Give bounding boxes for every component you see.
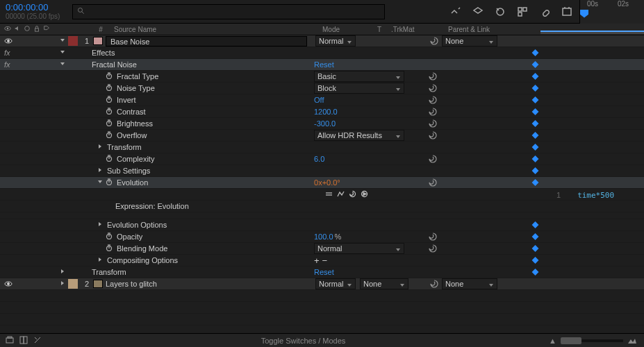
reset-link[interactable]: Reset [314,268,334,276]
prop-overflow[interactable]: Overflow Allow HDR Results [0,130,644,142]
pickwhip-icon[interactable] [428,244,438,253]
expression-graph-icon[interactable] [337,190,345,199]
pickwhip-icon[interactable] [428,178,438,187]
search-input[interactable] [72,4,385,19]
playhead-icon[interactable] [580,10,588,18]
twirl-right-icon[interactable] [60,269,67,276]
expression-pickwhip-icon[interactable] [349,190,356,199]
keyframe-icon[interactable] [532,85,539,92]
prop-evolution-options[interactable]: Evolution Options [0,219,644,231]
mode-column-header[interactable]: Mode [318,26,377,33]
stopwatch-icon[interactable] [106,108,114,116]
prop-opacity[interactable]: Opacity 100.0% [0,231,644,243]
render-queue-icon[interactable] [6,336,14,346]
pickwhip-icon[interactable] [428,119,438,128]
prop-compositing-options[interactable]: Compositing Options +− [0,255,644,266]
contrast-value[interactable]: 1200.0 [314,108,338,116]
parent-column-header[interactable]: Parent & Link [444,26,537,33]
complexity-value[interactable]: 6.0 [314,155,324,163]
render-icon[interactable] [471,5,485,19]
keyframe-icon[interactable] [532,179,539,186]
source-name-column-header[interactable]: Source Name [110,26,318,33]
twirl-down-icon[interactable] [97,179,104,186]
toggle-switches-button[interactable]: Toggle Switches / Modes [69,337,537,345]
expression-code[interactable]: time*500 [577,191,614,200]
pickwhip-icon[interactable] [428,95,438,105]
prop-fractal-type[interactable]: Fractal Type Basic [0,71,644,83]
stopwatch-icon[interactable] [106,84,114,92]
attach-icon[interactable] [538,5,552,19]
invert-value[interactable]: Off [314,96,324,104]
pickwhip-icon[interactable] [428,154,438,164]
keyframe-icon[interactable] [532,108,539,115]
noise-type-dropdown[interactable]: Block [314,83,404,94]
brightness-value[interactable]: -300.0 [314,119,336,128]
pickwhip-icon[interactable] [428,83,438,93]
keyframe-icon[interactable] [532,167,539,174]
trkmat-dropdown[interactable]: None [360,278,408,289]
parent-dropdown[interactable]: None [442,35,497,46]
pickwhip-icon[interactable] [428,71,438,81]
markers-icon[interactable] [560,5,574,19]
reset-link[interactable]: Reset [314,60,334,69]
prop-contrast[interactable]: Contrast 1200.0 [0,106,644,118]
layer-name-input[interactable]: Base Noise [106,36,307,46]
pickwhip-icon[interactable] [428,107,438,117]
fractal-type-dropdown[interactable]: Basic [314,71,404,82]
zoom-out-icon[interactable]: ▲ [549,337,556,345]
keyframe-icon[interactable] [532,155,539,162]
stopwatch-icon[interactable] [106,96,114,104]
twirl-right-icon[interactable] [97,167,104,174]
prop-brightness[interactable]: Brightness -300.0 [0,118,644,130]
frame-blend-icon[interactable] [19,336,28,346]
prop-evolution[interactable]: Evolution 0x+0.0° [0,177,644,189]
twirl-right-icon[interactable] [97,144,104,151]
effects-group[interactable]: fx Effects [0,47,644,59]
twirl-down-icon[interactable] [60,37,67,44]
keyframe-icon[interactable] [532,144,539,151]
twirl-down-icon[interactable] [60,61,67,68]
work-area-bar[interactable] [540,31,644,34]
stopwatch-icon[interactable] [106,244,114,253]
keyframe-icon[interactable] [532,221,539,228]
keyframe-icon[interactable] [532,61,539,68]
overflow-dropdown[interactable]: Allow HDR Results [314,130,404,141]
add-remove-icon[interactable]: +− [314,255,330,266]
graph-editor-icon[interactable] [515,5,529,19]
prop-complexity[interactable]: Complexity 6.0 [0,153,644,165]
zoom-in-icon[interactable] [627,337,637,344]
blend-mode-dropdown[interactable]: Normal [315,35,356,46]
twirl-right-icon[interactable] [97,221,104,228]
visibility-toggle[interactable] [4,280,13,288]
layer-name[interactable]: Layers to glitch [106,280,157,288]
motion-blur-footer-icon[interactable] [33,336,42,346]
prop-invert[interactable]: Invert Off [0,94,644,106]
keyframe-icon[interactable] [532,73,539,80]
expression-enable-icon[interactable] [325,190,333,199]
twirl-right-icon[interactable] [97,257,104,264]
trkmat-column-header[interactable]: .TrkMat [391,26,444,33]
keyframe-icon[interactable] [532,269,539,276]
keyframe-icon[interactable] [532,132,539,139]
keyframe-icon[interactable] [532,245,539,252]
twirl-down-icon[interactable] [60,49,67,56]
blend-mode-dropdown[interactable]: Normal [315,278,356,289]
effect-fractal-noise[interactable]: fx Fractal Noise Reset [0,59,644,71]
transform-group[interactable]: Transform Reset [0,266,644,278]
parent-dropdown[interactable]: None [442,278,497,289]
stopwatch-icon[interactable] [106,155,114,163]
pickwhip-icon[interactable] [429,36,439,46]
keyframe-icon[interactable] [532,49,539,56]
keyframe-icon[interactable] [532,96,539,103]
prop-transform-group[interactable]: Transform [0,142,644,153]
layer-row-2[interactable]: 2 Layers to glitch Normal None None [0,278,644,290]
motion-blur-icon[interactable] [493,5,507,19]
stopwatch-icon[interactable] [106,119,114,128]
expression-language-icon[interactable] [361,190,368,199]
visibility-toggle[interactable] [4,37,13,45]
twirl-right-icon[interactable] [60,280,67,287]
opacity-value[interactable]: 100.0 [314,232,333,241]
index-column-header[interactable]: # [92,26,110,33]
prop-blending-mode[interactable]: Blending Mode Normal [0,243,644,255]
evolution-value[interactable]: 0x+0.0° [314,178,340,187]
